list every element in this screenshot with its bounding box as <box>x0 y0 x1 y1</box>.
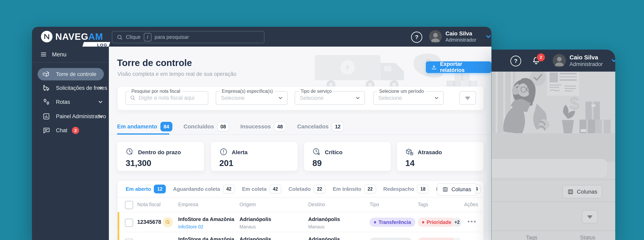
package-clock-icon <box>405 147 414 156</box>
search-icon <box>117 34 123 40</box>
brand-logo-icon <box>41 31 52 42</box>
chat-unread-badge: 2 <box>72 127 79 134</box>
filter-lines-icon <box>464 95 471 101</box>
chevron-down-icon <box>98 99 104 105</box>
chevron-down-icon <box>434 95 439 101</box>
help-glyph: ? <box>415 34 418 40</box>
invoice-search-input[interactable] <box>138 92 199 103</box>
tab-count-badge: 08 <box>217 122 229 131</box>
filters-card: Pesquise por nota fiscal Empresa(s) espe… <box>118 86 484 110</box>
service-type-select[interactable]: Tipo de serviço Selecione <box>295 91 365 105</box>
notifications-count-badge: 2 <box>536 53 546 62</box>
cell-nota-fiscal: 12345678 <box>137 219 161 225</box>
route-pins-icon <box>42 98 50 106</box>
row-status-stripe <box>118 232 119 240</box>
search-icon <box>130 95 136 101</box>
tag-dot <box>422 221 424 223</box>
invoice-search-field[interactable]: Pesquise por nota fiscal <box>126 91 208 105</box>
sidebar-item-torre-de-controle[interactable]: Torre de controle <box>38 68 104 80</box>
table-row[interactable]: InfoStore da Amazônia Adrianópolis Adria… <box>118 232 484 240</box>
stage-tab-redespacho[interactable]: Redespacho18 <box>383 185 429 193</box>
stage-tab-em-transito[interactable]: Em trânsito22 <box>333 185 376 193</box>
company-select[interactable]: Empresa(s) específica(s) Selecione <box>216 91 288 105</box>
sidebar: Menu Torre de controle Solicitações de f… <box>32 47 109 240</box>
tab-insucessos[interactable]: Insucessos48 <box>240 122 286 131</box>
cell-origem: Adrianópolis <box>240 216 271 222</box>
brand-name-accent: AM <box>88 31 103 42</box>
clock-play-icon <box>125 147 134 156</box>
warning-clock-icon <box>162 217 173 227</box>
active-tab-underline <box>117 133 170 135</box>
columns-icon <box>567 189 574 195</box>
tab-cancelados[interactable]: Cancelados12 <box>297 122 344 131</box>
advanced-filter-button[interactable] <box>459 91 476 105</box>
user-role: Administrador <box>446 37 476 43</box>
sidebar-item-painel-administrativo[interactable]: Painel Administrativo <box>38 110 104 123</box>
column-header-tags: Tags <box>526 234 537 240</box>
stage-tab-em-coleta[interactable]: Em coleta42 <box>242 185 282 193</box>
user-name: Caio Silva <box>446 30 476 37</box>
hamburger-icon <box>40 51 47 58</box>
columns-button[interactable]: Colunas <box>562 185 602 198</box>
chevron-down-icon <box>278 95 283 101</box>
tipo-tag: Transferência <box>370 217 416 227</box>
tab-em-andamento[interactable]: Em andamento84 <box>117 122 172 131</box>
export-reports-button[interactable]: Exportar relatórios <box>426 61 492 73</box>
slash-key-hint: / <box>144 33 152 41</box>
search-hint-prefix: Clique <box>126 34 141 40</box>
brand-logo: NAVEGAM LOG <box>41 31 103 42</box>
user-menu[interactable]: Caio Silva Administrador <box>429 30 492 43</box>
dimmed-filters-card <box>492 159 607 177</box>
chevron-down-icon <box>98 85 104 91</box>
menu-toggle[interactable]: Menu <box>32 47 109 63</box>
filter-lines-icon <box>586 213 593 220</box>
tag-dot <box>374 221 376 223</box>
row-checkbox[interactable] <box>125 238 133 240</box>
table-divider <box>118 197 484 198</box>
tab-count-badge: 12 <box>332 122 344 131</box>
brand-name: NAVEG <box>55 31 88 42</box>
cell-empresa: InfoStore da Amazônia <box>178 236 234 240</box>
sidebar-item-rotas[interactable]: Rotas <box>38 96 104 108</box>
help-button[interactable]: ? <box>411 32 422 43</box>
shipments-table-card: Em aberto12 Aguardando coleta42 Em colet… <box>118 181 484 240</box>
period-select[interactable]: Selecione um período Selecione <box>373 91 444 105</box>
summary-card-critico: Crítico 89 <box>304 142 391 171</box>
cell-empresa-link[interactable]: InfoStore 02 <box>178 224 203 229</box>
svg-text:$: $ <box>570 93 580 113</box>
row-actions-button[interactable]: ••• <box>468 218 477 225</box>
screen: NAVEGAM LOG Clique / para pesquisar ? Ca… <box>0 0 644 240</box>
tipo-tag <box>370 237 412 240</box>
notifications-button[interactable]: 2 <box>532 56 541 65</box>
stage-tab-coletado[interactable]: Coletado22 <box>288 185 326 193</box>
search-hint-suffix: para pesquisar <box>154 34 189 40</box>
row-checkbox[interactable] <box>125 218 133 227</box>
more-tags-badge[interactable]: +2 <box>452 217 462 227</box>
stage-tab-aguardando-coleta[interactable]: Aguardando coleta42 <box>173 185 235 193</box>
page-subtitle: Visão completa e em tempo real de sua op… <box>118 71 236 77</box>
freight-truck-plus-icon <box>42 84 50 92</box>
top-navbar: NAVEGAM LOG Clique / para pesquisar ? Ca… <box>32 27 492 47</box>
tab-concluidos[interactable]: Concluídos08 <box>184 122 229 131</box>
secondary-illustration: $ <box>492 72 615 162</box>
table-row[interactable]: 12345678 InfoStore da Amazônia InfoStore… <box>118 212 484 232</box>
columns-icon <box>442 186 448 192</box>
select-all-checkbox[interactable] <box>125 201 133 209</box>
divider <box>492 179 615 180</box>
chevron-down-icon <box>485 33 492 40</box>
alert-circle-icon <box>219 147 228 156</box>
sidebar-item-chat[interactable]: Chat 2 <box>38 124 104 137</box>
window-main: NAVEGAM LOG Clique / para pesquisar ? Ca… <box>32 27 492 240</box>
avatar <box>553 54 566 67</box>
help-button[interactable]: ? <box>510 56 521 66</box>
tab-count-badge: 84 <box>160 122 172 131</box>
columns-button[interactable]: Colunas <box>437 183 476 196</box>
priority-tag <box>418 237 456 240</box>
sidebar-item-solicitacoes-de-fretes[interactable]: Solicitações de fretes <box>38 82 104 94</box>
tab-count-badge: 48 <box>274 122 286 131</box>
summary-card-alerta: Alerta 201 <box>211 142 298 171</box>
global-search[interactable]: Clique / para pesquisar <box>112 31 264 43</box>
user-menu[interactable]: Caio Silva Administrador <box>553 54 615 67</box>
advanced-filter-button[interactable] <box>582 210 598 223</box>
stage-tab-em-aberto[interactable]: Em aberto12 <box>126 185 166 193</box>
